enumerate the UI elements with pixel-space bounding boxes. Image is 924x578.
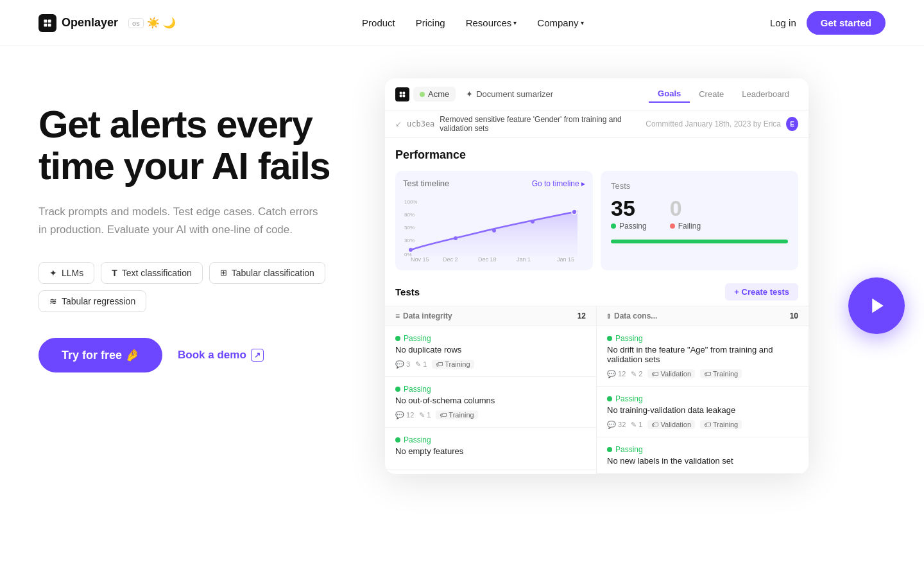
stats-area: Tests 35 Passing 0 xyxy=(601,171,798,270)
resources-chevron-icon: ▾ xyxy=(513,19,517,26)
hero-tags: ✦ LLMs T Text classification ⊞ Tabular c… xyxy=(38,262,359,312)
login-button[interactable]: Log in xyxy=(770,17,796,28)
tag-tabular-classification[interactable]: ⊞ Tabular classification xyxy=(209,262,325,284)
data-consistency-header: ⫾ Data cons... 10 xyxy=(597,306,809,326)
nav-company[interactable]: Company ▾ xyxy=(537,17,583,28)
svg-rect-3 xyxy=(48,23,51,26)
hero-left: Get alerts every time your AI fails Trac… xyxy=(38,78,359,372)
project-name: Acme xyxy=(428,89,449,99)
logo-svg xyxy=(42,18,53,28)
tests-grid: ≡ Data integrity 12 Passing No duplicate… xyxy=(385,306,809,474)
test-edits-1: ✎ 1 xyxy=(415,360,427,369)
data-integrity-count: 12 xyxy=(578,311,586,320)
test-badge-training-2: 🏷 Training xyxy=(436,410,477,419)
tag-text-classification[interactable]: T Text classification xyxy=(101,262,203,284)
svg-text:Jan 15: Jan 15 xyxy=(557,256,574,263)
test-comments-4: 💬 12 xyxy=(607,370,626,378)
passing-circle-5 xyxy=(607,396,612,401)
progress-bar xyxy=(611,240,788,243)
tab-goals[interactable]: Goals xyxy=(649,85,690,103)
logo-icon xyxy=(38,14,56,32)
svg-rect-0 xyxy=(44,19,47,22)
passing-circle-1 xyxy=(395,336,400,341)
get-started-button[interactable]: Get started xyxy=(807,11,886,35)
moon-icon: 🌙 xyxy=(163,17,176,29)
chart-area: Test timeline Go to timeline ▸ xyxy=(395,171,593,270)
svg-text:80%: 80% xyxy=(404,212,415,218)
passing-label: Passing xyxy=(619,222,647,231)
nav-pricing[interactable]: Pricing xyxy=(416,17,445,28)
svg-text:Nov 15: Nov 15 xyxy=(411,256,429,263)
test-edits-5: ✎ 1 xyxy=(631,421,642,429)
test-comments-1: 💬 3 xyxy=(395,360,410,369)
svg-text:30%: 30% xyxy=(404,238,415,243)
test-name-no-schema: No out-of-schema columns xyxy=(395,396,586,405)
test-name-no-new-labels: No new labels in the validation set xyxy=(607,456,798,466)
llms-icon: ✦ xyxy=(49,268,57,278)
tag-tabular-regression[interactable]: ≋ Tabular regression xyxy=(38,290,146,312)
nav-product[interactable]: Product xyxy=(362,17,395,28)
performance-title: Performance xyxy=(395,148,798,162)
nav-actions: Log in Get started xyxy=(770,11,886,35)
play-button[interactable] xyxy=(848,277,905,334)
theme-os-label: os xyxy=(128,18,144,28)
svg-text:100%: 100% xyxy=(404,199,417,205)
data-integrity-header: ≡ Data integrity 12 xyxy=(385,306,596,326)
chart-title: Test timeline xyxy=(403,179,449,188)
logo[interactable]: Openlayer xyxy=(38,14,118,32)
data-consistency-icon: ⫾ xyxy=(607,311,611,320)
data-consistency-col: ⫾ Data cons... 10 Passing No drift in th… xyxy=(597,306,809,474)
chart-link[interactable]: Go to timeline ▸ xyxy=(532,179,585,188)
dash-topbar: Acme ✦ Document sumarizer Goals Create L… xyxy=(385,78,809,110)
dash-tabs-right: Goals Create Leaderboard xyxy=(649,85,798,103)
create-tests-button[interactable]: + Create tests xyxy=(725,283,798,301)
test-name-no-dup: No duplicate rows xyxy=(395,345,586,355)
company-chevron-icon: ▾ xyxy=(581,19,584,26)
svg-text:50%: 50% xyxy=(404,225,415,231)
passing-dot xyxy=(611,223,616,229)
test-edits-2: ✎ 1 xyxy=(419,411,431,419)
test-badge-training-4: 🏷 Training xyxy=(700,369,742,378)
test-item-no-new-labels: Passing No new labels in the validation … xyxy=(597,437,809,474)
svg-text:Dec 2: Dec 2 xyxy=(443,256,458,263)
nav-resources[interactable]: Resources ▾ xyxy=(466,17,517,28)
svg-rect-7 xyxy=(403,94,406,97)
svg-text:Jan 1: Jan 1 xyxy=(517,256,531,263)
test-item-no-drift: Passing No drift in the feature "Age" fr… xyxy=(597,326,809,387)
svg-rect-1 xyxy=(48,19,51,22)
passing-circle-3 xyxy=(395,437,400,442)
document-tab[interactable]: ✦ Document sumarizer xyxy=(459,87,560,101)
test-item-no-schema: Passing No out-of-schema columns 💬 12 ✎ … xyxy=(385,377,596,428)
test-comments-5: 💬 32 xyxy=(607,421,626,429)
data-consistency-count: 10 xyxy=(790,311,798,320)
external-link-icon: ↗ xyxy=(251,349,264,362)
chart-svg: Nov 15 Dec 2 Dec 18 Jan 1 Jan 15 0% 30% … xyxy=(403,192,585,263)
tag-llms[interactable]: ✦ LLMs xyxy=(38,262,94,284)
commit-message: Removed sensitive feature 'Gender' from … xyxy=(440,115,640,133)
tabular-classification-icon: ⊞ xyxy=(220,268,227,277)
tab-leaderboard[interactable]: Leaderboard xyxy=(733,86,798,102)
test-badge-validation-1: 🏷 Validation xyxy=(647,369,695,378)
commit-avatar: E xyxy=(786,117,798,131)
project-tab[interactable]: Acme xyxy=(413,87,456,101)
passing-circle-6 xyxy=(607,447,612,452)
test-badge-training-1: 🏷 Training xyxy=(432,360,474,369)
test-name-no-drift: No drift in the feature "Age" from train… xyxy=(607,345,798,364)
tab-create[interactable]: Create xyxy=(690,86,733,102)
test-badge-training-5: 🏷 Training xyxy=(700,420,742,429)
logo-text: Openlayer xyxy=(62,16,118,30)
svg-point-12 xyxy=(572,209,577,215)
test-name-no-leakage: No training-validation data leakage xyxy=(607,405,798,415)
passing-circle-4 xyxy=(607,336,612,341)
project-dot xyxy=(420,92,425,97)
svg-point-10 xyxy=(492,229,496,232)
test-name-no-empty: No empty features xyxy=(395,446,586,456)
book-demo-link[interactable]: Book a demo ↗ xyxy=(178,349,264,362)
hero-subtitle: Track prompts and models. Test edge case… xyxy=(38,203,321,239)
data-integrity-col: ≡ Data integrity 12 Passing No duplicate… xyxy=(385,306,597,474)
test-item-no-empty: Passing No empty features xyxy=(385,428,596,469)
commit-bar: ↙ ucb3ea Removed sensitive feature 'Gend… xyxy=(385,110,809,138)
try-free-button[interactable]: Try for free 🤌 xyxy=(38,338,162,372)
svg-rect-4 xyxy=(400,91,402,94)
data-integrity-icon: ≡ xyxy=(395,311,400,320)
